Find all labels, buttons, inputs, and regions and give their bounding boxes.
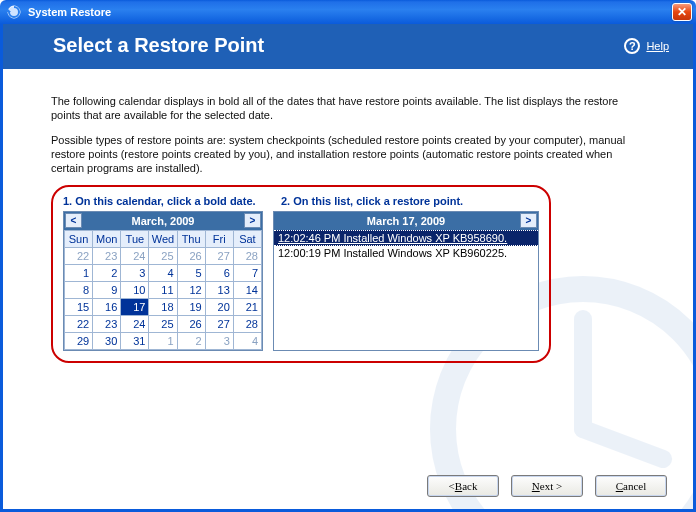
calendar-day[interactable]: 18 xyxy=(149,299,177,316)
calendar-day[interactable]: 2 xyxy=(177,333,205,350)
calendar-month-label: March, 2009 xyxy=(132,215,195,227)
calendar-grid: SunMonTueWedThuFriSat 222324252627281234… xyxy=(64,230,262,350)
calendar-day[interactable]: 12 xyxy=(177,282,205,299)
help-icon: ? xyxy=(624,38,640,54)
instruction-step-1: 1. On this calendar, click a bold date. xyxy=(63,195,263,207)
calendar-day[interactable]: 25 xyxy=(149,248,177,265)
calendar-day[interactable]: 4 xyxy=(149,265,177,282)
calendar-prev-button[interactable]: < xyxy=(65,213,82,228)
calendar-day[interactable]: 22 xyxy=(65,316,93,333)
calendar-dow: Fri xyxy=(205,231,233,248)
selection-panel: 1. On this calendar, click a bold date. … xyxy=(51,185,551,363)
calendar-day[interactable]: 17 xyxy=(121,299,149,316)
calendar-day[interactable]: 28 xyxy=(233,316,261,333)
calendar-dow: Thu xyxy=(177,231,205,248)
calendar-dow: Wed xyxy=(149,231,177,248)
restore-point-item[interactable]: 12:00:19 PM Installed Windows XP KB96022… xyxy=(274,246,538,260)
list-date-label: March 17, 2009 xyxy=(367,215,445,227)
calendar-day[interactable]: 1 xyxy=(65,265,93,282)
calendar-day[interactable]: 26 xyxy=(177,248,205,265)
calendar-day[interactable]: 4 xyxy=(233,333,261,350)
restore-point-list: March 17, 2009 > 12:02:46 PM Installed W… xyxy=(273,211,539,351)
calendar-day[interactable]: 26 xyxy=(177,316,205,333)
description-2: Possible types of restore points are: sy… xyxy=(51,133,631,176)
calendar-day[interactable]: 27 xyxy=(205,316,233,333)
calendar-day[interactable]: 6 xyxy=(205,265,233,282)
restore-point-item[interactable]: 12:02:46 PM Installed Windows XP KB95869… xyxy=(274,230,538,246)
app-icon xyxy=(6,4,22,20)
calendar-day[interactable]: 15 xyxy=(65,299,93,316)
calendar-day[interactable]: 16 xyxy=(93,299,121,316)
window-title: System Restore xyxy=(28,6,111,18)
cancel-button[interactable]: Cancel xyxy=(595,475,667,497)
title-bar: System Restore ✕ xyxy=(0,0,696,24)
calendar-day[interactable]: 23 xyxy=(93,316,121,333)
calendar-day[interactable]: 25 xyxy=(149,316,177,333)
calendar-day[interactable]: 22 xyxy=(65,248,93,265)
calendar: < March, 2009 > SunMonTueWedThuFriSat 22… xyxy=(63,211,263,351)
calendar-day[interactable]: 23 xyxy=(93,248,121,265)
calendar-day[interactable]: 30 xyxy=(93,333,121,350)
calendar-dow: Sun xyxy=(65,231,93,248)
calendar-day[interactable]: 1 xyxy=(149,333,177,350)
calendar-day[interactable]: 3 xyxy=(121,265,149,282)
calendar-day[interactable]: 7 xyxy=(233,265,261,282)
page-header: Select a Restore Point ? Help xyxy=(3,24,693,69)
close-icon: ✕ xyxy=(677,5,687,19)
calendar-day[interactable]: 8 xyxy=(65,282,93,299)
calendar-next-button[interactable]: > xyxy=(244,213,261,228)
calendar-day[interactable]: 13 xyxy=(205,282,233,299)
calendar-day[interactable]: 10 xyxy=(121,282,149,299)
instruction-step-2: 2. On this list, click a restore point. xyxy=(281,195,463,207)
calendar-day[interactable]: 3 xyxy=(205,333,233,350)
back-button[interactable]: < Back xyxy=(427,475,499,497)
calendar-day[interactable]: 28 xyxy=(233,248,261,265)
wizard-button-bar: < Back Next > Cancel xyxy=(427,475,667,497)
close-button[interactable]: ✕ xyxy=(672,3,692,21)
calendar-day[interactable]: 27 xyxy=(205,248,233,265)
calendar-day[interactable]: 24 xyxy=(121,316,149,333)
calendar-day[interactable]: 20 xyxy=(205,299,233,316)
calendar-day[interactable]: 21 xyxy=(233,299,261,316)
calendar-dow: Mon xyxy=(93,231,121,248)
calendar-day[interactable]: 9 xyxy=(93,282,121,299)
calendar-day[interactable]: 24 xyxy=(121,248,149,265)
calendar-day[interactable]: 11 xyxy=(149,282,177,299)
next-button[interactable]: Next > xyxy=(511,475,583,497)
description-1: The following calendar displays in bold … xyxy=(51,94,631,123)
calendar-day[interactable]: 2 xyxy=(93,265,121,282)
calendar-dow: Tue xyxy=(121,231,149,248)
list-next-button[interactable]: > xyxy=(520,213,537,228)
calendar-day[interactable]: 29 xyxy=(65,333,93,350)
calendar-dow: Sat xyxy=(233,231,261,248)
help-link[interactable]: Help xyxy=(646,40,669,52)
calendar-day[interactable]: 19 xyxy=(177,299,205,316)
page-title: Select a Restore Point xyxy=(53,34,264,57)
calendar-day[interactable]: 5 xyxy=(177,265,205,282)
calendar-day[interactable]: 31 xyxy=(121,333,149,350)
calendar-day[interactable]: 14 xyxy=(233,282,261,299)
